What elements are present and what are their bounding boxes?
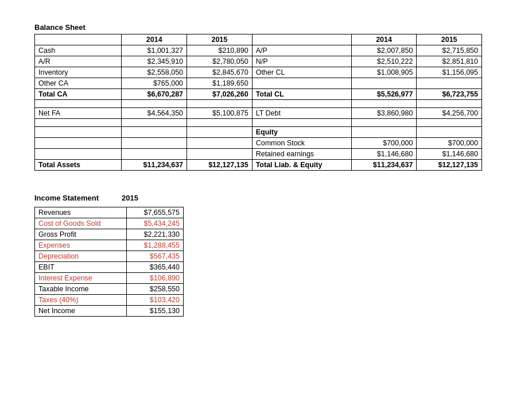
table-row: Inventory $2,558,050 $2,845,670 Other CL…	[35, 67, 482, 78]
table-row: A/R $2,345,910 $2,780,050 N/P $2,510,222…	[35, 56, 482, 67]
spacer-row-1	[35, 100, 482, 108]
label-ar: A/R	[35, 56, 122, 67]
common-stock-2015: $700,000	[417, 138, 482, 149]
label-interest-expense: Interest Expense	[35, 273, 127, 284]
label-other-cl: Other CL	[252, 67, 351, 78]
label-total-liab-equity: Total Liab. & Equity	[252, 160, 351, 171]
table-row: Other CA $765,000 $1,189,650	[35, 78, 482, 89]
net-income-value: $155,130	[126, 306, 183, 317]
total-cl-2014: $5,526,977	[351, 89, 417, 100]
ap-2015: $2,715,850	[417, 45, 482, 56]
label-cash: Cash	[35, 45, 122, 56]
expenses-value: $1,288,455	[126, 240, 183, 251]
other-ca-2015: $1,189,650	[187, 78, 253, 89]
retained-earnings-2014: $1,146,680	[351, 149, 417, 160]
equity-header-row: Equity	[35, 127, 482, 138]
income-statement-title: Income Statement	[34, 194, 99, 202]
table-row: Taxes (40%) $103,420	[35, 295, 184, 306]
income-statement-table: Revenues $7,655,575 Cost of Goods Sold $…	[34, 207, 184, 317]
table-row: Interest Expense $106,890	[35, 273, 184, 284]
label-net-income: Net Income	[35, 306, 127, 317]
label-depreciation: Depreciation	[35, 251, 127, 262]
other-cl-2014: $1,008,905	[351, 67, 417, 78]
table-row: Cost of Goods Sold $5,434,245	[35, 218, 184, 229]
revenues-value: $7,655,575	[126, 207, 183, 218]
header-2015-left: 2015	[187, 34, 253, 45]
table-row-totals: Total Assets $11,234,637 $12,127,135 Tot…	[35, 160, 482, 171]
total-cl-2015: $6,723,755	[417, 89, 482, 100]
label-retained-earnings: Retained earnings	[252, 149, 351, 160]
label-inventory: Inventory	[35, 67, 122, 78]
total-ca-2015: $7,026,260	[187, 89, 253, 100]
table-row: Cash $1,001,327 $210,890 A/P $2,007,850 …	[35, 45, 482, 56]
spacer-row-2	[35, 119, 482, 127]
label-ap: A/P	[252, 45, 351, 56]
total-assets-2014: $11,234,637	[122, 160, 187, 171]
header-2014-right: 2014	[351, 34, 417, 45]
cell-empty-r2	[351, 78, 417, 89]
label-total-cl: Total CL	[252, 89, 351, 100]
label-taxes: Taxes (40%)	[35, 295, 127, 306]
inventory-2014: $2,558,050	[122, 67, 187, 78]
taxable-income-value: $258,550	[126, 284, 183, 295]
label-revenues: Revenues	[35, 207, 127, 218]
table-row: EBIT $365,440	[35, 262, 184, 273]
label-ebit: EBIT	[35, 262, 127, 273]
net-fa-2015: $5,100,875	[187, 108, 253, 119]
cash-2014: $1,001,327	[122, 45, 187, 56]
income-statement-year: 2015	[122, 194, 138, 202]
np-2014: $2,510,222	[351, 56, 417, 67]
label-np: N/P	[252, 56, 351, 67]
table-row: Taxable Income $258,550	[35, 284, 184, 295]
other-ca-2014: $765,000	[122, 78, 187, 89]
net-fa-2014: $4,564,350	[122, 108, 187, 119]
header-2014-left: 2014	[122, 34, 187, 45]
cell-empty-r1	[252, 78, 351, 89]
balance-sheet-section: Balance Sheet 2014 2015 2014 2015 Cash $…	[34, 23, 498, 171]
lt-debt-2014: $3,860,980	[351, 108, 417, 119]
balance-sheet-title: Balance Sheet	[34, 23, 498, 32]
table-row-retained-earnings: Retained earnings $1,146,680 $1,146,680	[35, 149, 482, 160]
table-row: Depreciation $567,435	[35, 251, 184, 262]
header-2015-right: 2015	[417, 34, 482, 45]
label-expenses: Expenses	[35, 240, 127, 251]
table-row: Expenses $1,288,455	[35, 240, 184, 251]
lt-debt-2015: $4,256,700	[417, 108, 482, 119]
table-row: Net Income $155,130	[35, 306, 184, 317]
total-ca-2014: $6,670,287	[122, 89, 187, 100]
table-row-net-fa: Net FA $4,564,350 $5,100,875 LT Debt $3,…	[35, 108, 482, 119]
other-cl-2015: $1,156,095	[417, 67, 482, 78]
depreciation-value: $567,435	[126, 251, 183, 262]
equity-section-label: Equity	[252, 127, 351, 138]
label-taxable-income: Taxable Income	[35, 284, 127, 295]
taxes-value: $103,420	[126, 295, 183, 306]
ap-2014: $2,007,850	[351, 45, 417, 56]
income-statement-section: Income Statement 2015 Revenues $7,655,57…	[34, 194, 498, 317]
cogs-value: $5,434,245	[126, 218, 183, 229]
table-row-total-ca: Total CA $6,670,287 $7,026,260 Total CL …	[35, 89, 482, 100]
label-total-ca: Total CA	[35, 89, 122, 100]
cell-empty-r3	[417, 78, 482, 89]
label-total-assets: Total Assets	[35, 160, 122, 171]
ar-2015: $2,780,050	[187, 56, 253, 67]
total-assets-2015: $12,127,135	[187, 160, 253, 171]
np-2015: $2,851,810	[417, 56, 482, 67]
balance-sheet-table: 2014 2015 2014 2015 Cash $1,001,327 $210…	[34, 34, 482, 171]
table-row: Gross Profit $2,221,330	[35, 229, 184, 240]
table-row: Revenues $7,655,575	[35, 207, 184, 218]
label-gross-profit: Gross Profit	[35, 229, 127, 240]
table-header-row: 2014 2015 2014 2015	[35, 34, 482, 45]
income-statement-header: Income Statement 2015	[34, 194, 498, 205]
total-liab-equity-2014: $11,234,637	[351, 160, 417, 171]
total-liab-equity-2015: $12,127,135	[417, 160, 482, 171]
inventory-2015: $2,845,670	[187, 67, 253, 78]
label-common-stock: Common Stock	[252, 138, 351, 149]
common-stock-2014: $700,000	[351, 138, 417, 149]
label-lt-debt: LT Debt	[252, 108, 351, 119]
table-row-common-stock: Common Stock $700,000 $700,000	[35, 138, 482, 149]
ebit-value: $365,440	[126, 262, 183, 273]
cash-2015: $210,890	[187, 45, 253, 56]
label-other-ca: Other CA	[35, 78, 122, 89]
label-cogs: Cost of Goods Sold	[35, 218, 127, 229]
interest-expense-value: $106,890	[126, 273, 183, 284]
